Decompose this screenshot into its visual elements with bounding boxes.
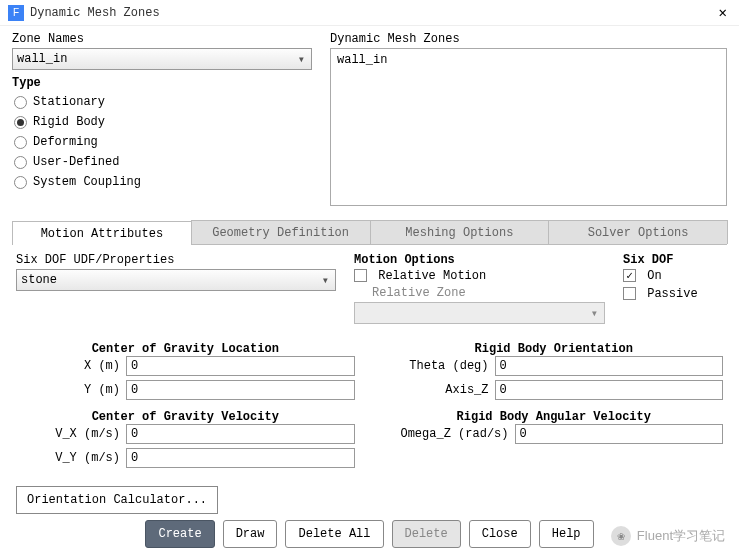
watermark: ❀ Fluent学习笔记 [611, 526, 725, 546]
tab-meshing-options[interactable]: Meshing Options [370, 220, 550, 244]
relative-zone-dropdown [354, 302, 605, 324]
motion-options-label: Motion Options [354, 253, 605, 267]
zones-listbox[interactable]: wall_in [330, 48, 727, 206]
close-icon[interactable]: ✕ [715, 4, 731, 21]
six-dof-udf-label: Six DOF UDF/Properties [16, 253, 336, 267]
rb-angular-velocity-title: Rigid Body Angular Velocity [385, 410, 724, 424]
vy-input[interactable]: 0 [126, 448, 355, 468]
tab-solver-options[interactable]: Solver Options [548, 220, 728, 244]
draw-button[interactable]: Draw [223, 520, 278, 548]
cog-location-title: Center of Gravity Location [16, 342, 355, 356]
watermark-icon: ❀ [611, 526, 631, 546]
delete-all-button[interactable]: Delete All [285, 520, 383, 548]
radio-icon [14, 176, 27, 189]
tab-geometry-definition[interactable]: Geometry Definition [191, 220, 371, 244]
radio-icon [14, 156, 27, 169]
six-dof-on-checkbox[interactable] [623, 269, 636, 282]
radio-icon [14, 96, 27, 109]
app-icon: F [8, 5, 24, 21]
type-option-user-defined[interactable]: User-Defined [12, 152, 312, 172]
axis-z-input[interactable]: 0 [495, 380, 724, 400]
theta-input[interactable]: 0 [495, 356, 724, 376]
zone-names-value: wall_in [17, 52, 67, 66]
delete-button: Delete [392, 520, 461, 548]
type-option-stationary[interactable]: Stationary [12, 92, 312, 112]
vx-input[interactable]: 0 [126, 424, 355, 444]
type-option-rigid-body[interactable]: Rigid Body [12, 112, 312, 132]
cog-y-input[interactable]: 0 [126, 380, 355, 400]
type-option-deforming[interactable]: Deforming [12, 132, 312, 152]
list-item[interactable]: wall_in [337, 53, 720, 67]
radio-icon [14, 116, 27, 129]
six-dof-label: Six DOF [623, 253, 723, 267]
type-option-system-coupling[interactable]: System Coupling [12, 172, 312, 192]
type-label: Type [12, 76, 312, 90]
omega-z-input[interactable]: 0 [515, 424, 724, 444]
help-button[interactable]: Help [539, 520, 594, 548]
zone-names-dropdown[interactable]: wall_in [12, 48, 312, 70]
six-dof-udf-dropdown[interactable]: stone [16, 269, 336, 291]
zones-panel-label: Dynamic Mesh Zones [330, 32, 727, 46]
radio-icon [14, 136, 27, 149]
create-button[interactable]: Create [145, 520, 214, 548]
window-title: Dynamic Mesh Zones [30, 6, 715, 20]
relative-motion-checkbox[interactable] [354, 269, 367, 282]
cog-velocity-title: Center of Gravity Velocity [16, 410, 355, 424]
close-button[interactable]: Close [469, 520, 531, 548]
zone-names-label: Zone Names [12, 32, 312, 46]
relative-zone-label: Relative Zone [372, 286, 605, 300]
tab-motion-attributes[interactable]: Motion Attributes [12, 221, 192, 245]
rb-orientation-title: Rigid Body Orientation [385, 342, 724, 356]
six-dof-passive-checkbox[interactable] [623, 287, 636, 300]
orientation-calculator-button[interactable]: Orientation Calculator... [16, 486, 218, 514]
cog-x-input[interactable]: 0 [126, 356, 355, 376]
